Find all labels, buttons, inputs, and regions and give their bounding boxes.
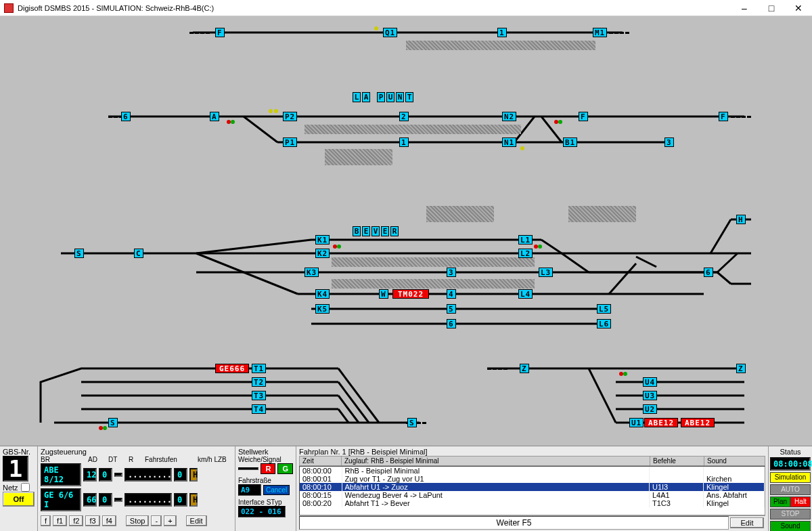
svg-line-8 bbox=[196, 240, 311, 253]
sig-Q1[interactable]: Q1 bbox=[383, 28, 397, 37]
sig-Sb[interactable]: S bbox=[108, 418, 118, 427]
sig-Sb2[interactable]: S bbox=[407, 418, 417, 427]
sig-Z[interactable]: Z bbox=[520, 364, 529, 373]
timetable-row[interactable]: 08:00:00RhB - Beispiel Minimal bbox=[300, 467, 765, 475]
track-diagram[interactable]: LAPUNT BEVER F Q1 1 M1 6 A P2 2 N2 F F P… bbox=[0, 16, 812, 446]
sig-L3[interactable]: L3 bbox=[539, 268, 553, 277]
halt-button[interactable]: Halt bbox=[790, 496, 811, 507]
minimize-button[interactable]: – bbox=[731, 0, 758, 16]
sig-T2[interactable]: T2 bbox=[252, 377, 266, 387]
sig-S[interactable]: S bbox=[74, 249, 84, 258]
maximize-button[interactable]: □ bbox=[758, 0, 785, 16]
sig-L6[interactable]: L6 bbox=[597, 319, 611, 328]
edit-button[interactable]: Edit bbox=[186, 515, 207, 526]
timetable-row[interactable]: 08:00:20Abfahrt T1 -> BeverT1C3Klingel bbox=[300, 499, 765, 507]
sig-F[interactable]: F bbox=[215, 28, 225, 37]
svg-point-42 bbox=[274, 109, 278, 113]
br-display-2[interactable]: GE 6/6 I bbox=[41, 488, 81, 511]
stop-button[interactable]: Stop bbox=[126, 515, 150, 526]
off-button[interactable]: Off bbox=[3, 492, 35, 507]
sig-ABE12a[interactable]: ABE12 bbox=[644, 418, 678, 427]
sig-T4[interactable]: T4 bbox=[252, 404, 266, 414]
br-display-1[interactable]: ABE 8/12 bbox=[41, 463, 81, 486]
gbs-number[interactable]: 1 bbox=[3, 456, 28, 482]
sig-A[interactable]: A bbox=[210, 112, 219, 121]
sig-B1[interactable]: B1 bbox=[563, 137, 577, 147]
svg-point-53 bbox=[623, 372, 627, 376]
sig-3b[interactable]: 3 bbox=[447, 268, 456, 277]
window-titlebar: Digisoft DSMBS 2015 - SIMULATION: Schwei… bbox=[0, 0, 812, 16]
sig-K2[interactable]: K2 bbox=[315, 249, 330, 258]
sig-L5[interactable]: L5 bbox=[597, 304, 611, 314]
sound-button[interactable]: Sound bbox=[770, 521, 811, 531]
sig-Fr[interactable]: F bbox=[719, 112, 728, 121]
simulation-button[interactable]: Simulation bbox=[770, 472, 811, 483]
sig-U4[interactable]: U4 bbox=[643, 377, 657, 387]
f1-button[interactable]: f1 bbox=[53, 515, 67, 526]
sig-TM022[interactable]: TM022 bbox=[392, 289, 429, 299]
timetable-row[interactable]: 08:00:15Wendezug Bever 4 -> LaPuntL4A1An… bbox=[300, 491, 765, 499]
sig-L1[interactable]: L1 bbox=[518, 235, 533, 245]
sig-P1[interactable]: P1 bbox=[283, 137, 297, 147]
sig-U2[interactable]: U2 bbox=[643, 404, 657, 414]
sig-K3[interactable]: K3 bbox=[304, 268, 319, 277]
tt-edit-button[interactable]: Edit bbox=[730, 517, 764, 528]
sig-N2[interactable]: N2 bbox=[502, 112, 516, 121]
timetable-row[interactable]: 08:00:10Abfahrt U1 -> ZuozU1I3Klingel bbox=[300, 483, 765, 491]
plus-button[interactable]: + bbox=[164, 515, 176, 526]
svg-line-21 bbox=[636, 257, 656, 267]
svg-line-15 bbox=[562, 253, 589, 272]
sig-M1[interactable]: M1 bbox=[593, 28, 607, 37]
sig-K1[interactable]: K1 bbox=[315, 235, 330, 245]
sig-T3[interactable]: T3 bbox=[252, 391, 266, 400]
sig-T1[interactable]: T1 bbox=[252, 364, 266, 373]
sig-GE666[interactable]: GE666 bbox=[215, 364, 249, 373]
cancel-button[interactable]: Cancel bbox=[263, 485, 290, 495]
sig-L4[interactable]: L4 bbox=[518, 289, 533, 299]
sig-ABE12b[interactable]: ABE12 bbox=[681, 418, 715, 427]
sig-6b[interactable]: 6 bbox=[447, 319, 456, 328]
netz-checkbox[interactable] bbox=[21, 483, 30, 492]
svg-point-41 bbox=[269, 109, 273, 113]
platform bbox=[332, 257, 535, 267]
minus-button[interactable]: - bbox=[151, 515, 162, 526]
timetable-row[interactable]: 08:00:01Zug vor T1 - Zug vor U1Kirchen bbox=[300, 475, 765, 483]
sig-2[interactable]: 2 bbox=[399, 112, 409, 121]
sig-Zr[interactable]: Z bbox=[736, 364, 746, 373]
sig-P2[interactable]: P2 bbox=[283, 112, 297, 121]
f-button[interactable]: f bbox=[41, 515, 51, 526]
sig-L2[interactable]: L2 bbox=[518, 249, 533, 258]
sig-1[interactable]: 1 bbox=[497, 28, 507, 37]
f2-button[interactable]: f2 bbox=[69, 515, 83, 526]
sig-3[interactable]: 3 bbox=[664, 137, 674, 147]
sig-F2[interactable]: F bbox=[579, 112, 588, 121]
r-button[interactable]: R bbox=[261, 463, 275, 474]
sig-K5[interactable]: K5 bbox=[315, 304, 330, 314]
svg-line-17 bbox=[717, 253, 738, 272]
sig-K4[interactable]: K4 bbox=[315, 289, 330, 299]
sig-C[interactable]: C bbox=[134, 249, 143, 258]
sig-6c[interactable]: 6 bbox=[704, 268, 713, 277]
svg-point-38 bbox=[227, 120, 231, 124]
close-button[interactable]: ✕ bbox=[785, 0, 812, 16]
interface-field[interactable]: 022 - 016 bbox=[238, 506, 286, 517]
global-stop-button[interactable]: STOP bbox=[770, 509, 811, 519]
auto-button[interactable]: AUTO bbox=[770, 484, 811, 495]
sig-W[interactable]: W bbox=[379, 289, 388, 299]
g-button[interactable]: G bbox=[277, 463, 293, 474]
plan-button[interactable]: Plan bbox=[770, 496, 790, 507]
timetable-body[interactable]: 08:00:00RhB - Beispiel Minimal08:00:01Zu… bbox=[299, 466, 765, 515]
platform bbox=[426, 206, 494, 222]
sig-H[interactable]: H bbox=[736, 215, 746, 224]
sig-N1[interactable]: N1 bbox=[502, 137, 516, 147]
sig-4[interactable]: 4 bbox=[447, 289, 456, 299]
weiter-button[interactable]: Weiter F5 bbox=[299, 516, 729, 530]
f4-button[interactable]: f4 bbox=[102, 515, 116, 526]
sig-U3[interactable]: U3 bbox=[643, 391, 657, 400]
fs-field[interactable]: A9 bbox=[238, 484, 261, 496]
sig-6[interactable]: 6 bbox=[121, 112, 131, 121]
sig-U1[interactable]: U1 bbox=[629, 418, 644, 427]
f3-button[interactable]: f3 bbox=[85, 515, 99, 526]
sig-1b[interactable]: 1 bbox=[399, 137, 409, 147]
sig-5[interactable]: 5 bbox=[447, 304, 456, 314]
